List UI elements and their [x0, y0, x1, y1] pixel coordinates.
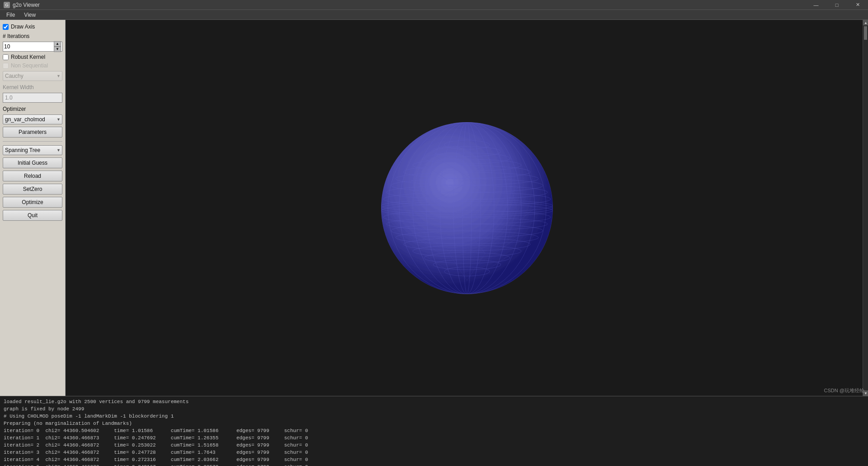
log-line: # Using CHOLMOD poseDim -1 landMarkDim -… — [4, 413, 864, 420]
viewport[interactable]: ▲ ▼ CSDN @玩堆经纶 — [66, 20, 868, 396]
title-bar-left: G g2o Viewer — [0, 2, 40, 8]
log-line: iteration= 3 chi2= 44360.466872 time= 0.… — [4, 449, 864, 456]
set-zero-button[interactable]: SetZero — [3, 184, 62, 195]
close-button[interactable]: ✕ — [847, 0, 868, 10]
draw-axis-checkbox[interactable] — [3, 24, 9, 30]
optimizer-label: Optimizer — [3, 106, 62, 112]
iterations-label: # Iterations — [3, 33, 62, 39]
menu-bar: File View — [0, 10, 868, 20]
optimizer-dropdown-container: gn_var_cholmod lm_var_cholmod gn_fix_6_3… — [3, 114, 62, 124]
log-line: iteration= 2 chi2= 44360.466872 time= 0.… — [4, 442, 864, 449]
log-line: Preparing (no marginalization of Landmar… — [4, 420, 864, 427]
spinbox-arrows: ▲ ▼ — [54, 41, 61, 52]
log-line: loaded result_lie.g2o with 2500 vertices… — [4, 398, 864, 405]
title-bar: G g2o Viewer — □ ✕ — [0, 0, 868, 10]
log-line: iteration= 0 chi2= 44360.504602 time= 1.… — [4, 427, 864, 434]
watermark: CSDN @玩堆经纶 — [824, 387, 864, 394]
menu-view[interactable]: View — [19, 11, 40, 19]
window-controls: — □ ✕ — [806, 0, 868, 10]
robust-kernel-checkbox[interactable] — [3, 54, 9, 60]
log-line: graph is fixed by node 2499 — [4, 405, 864, 413]
initial-guess-button[interactable]: Initial Guess — [3, 157, 62, 168]
reload-button[interactable]: Reload — [3, 171, 62, 181]
iterations-spinbox[interactable]: ▲ ▼ — [3, 42, 62, 52]
spanning-tree-dropdown[interactable]: Spanning Tree Odometry — [3, 145, 62, 155]
non-sequential-label: Non Sequential — [11, 62, 48, 69]
content-area: Draw Axis # Iterations ▲ ▼ Robust Kernel… — [0, 20, 868, 396]
parameters-button[interactable]: Parameters — [3, 127, 62, 138]
draw-axis-label: Draw Axis — [11, 24, 35, 30]
scroll-track — [863, 41, 868, 390]
main-layout: Draw Axis # Iterations ▲ ▼ Robust Kernel… — [0, 20, 868, 466]
optimize-button[interactable]: Optimize — [3, 197, 62, 208]
non-sequential-checkbox-label[interactable]: Non Sequential — [3, 62, 62, 69]
sidebar: Draw Axis # Iterations ▲ ▼ Robust Kernel… — [0, 20, 66, 396]
non-sequential-checkbox — [3, 63, 9, 69]
maximize-button[interactable]: □ — [826, 0, 847, 10]
scroll-thumb[interactable] — [864, 26, 867, 40]
log-line: iteration= 5 chi2= 44360.466872 time= 0.… — [4, 463, 864, 466]
log-line: iteration= 1 chi2= 44360.466873 time= 0.… — [4, 434, 864, 442]
cauchy-dropdown-container: Cauchy ▼ — [3, 71, 62, 81]
draw-axis-checkbox-label[interactable]: Draw Axis — [3, 24, 62, 30]
spanning-tree-dropdown-container: Spanning Tree Odometry ▼ — [3, 145, 62, 155]
log-line: iteration= 4 chi2= 44360.466872 time= 0.… — [4, 456, 864, 463]
app-icon: G — [4, 2, 10, 8]
robust-kernel-label: Robust Kernel — [11, 54, 45, 60]
spinbox-up[interactable]: ▲ — [54, 41, 61, 47]
viewport-scrollbar[interactable]: ▲ ▼ — [863, 20, 868, 396]
optimizer-dropdown[interactable]: gn_var_cholmod lm_var_cholmod gn_fix_6_3… — [3, 114, 62, 124]
sphere-visualization — [377, 118, 557, 299]
minimize-button[interactable]: — — [806, 0, 826, 10]
sphere-base — [381, 122, 553, 294]
log-panel[interactable]: loaded result_lie.g2o with 2500 vertices… — [0, 396, 868, 466]
sphere-container — [377, 118, 557, 299]
kernel-width-label: Kernel Width — [3, 84, 62, 90]
iterations-input[interactable] — [4, 43, 40, 50]
quit-button[interactable]: Quit — [3, 210, 62, 221]
robust-kernel-checkbox-label[interactable]: Robust Kernel — [3, 54, 62, 60]
scroll-up-arrow[interactable]: ▲ — [863, 20, 868, 25]
kernel-width-input — [3, 93, 62, 103]
cauchy-dropdown: Cauchy — [3, 71, 62, 81]
menu-file[interactable]: File — [2, 11, 19, 19]
divider-1 — [3, 141, 62, 142]
spinbox-down[interactable]: ▼ — [54, 47, 61, 52]
window-title: g2o Viewer — [13, 2, 40, 8]
